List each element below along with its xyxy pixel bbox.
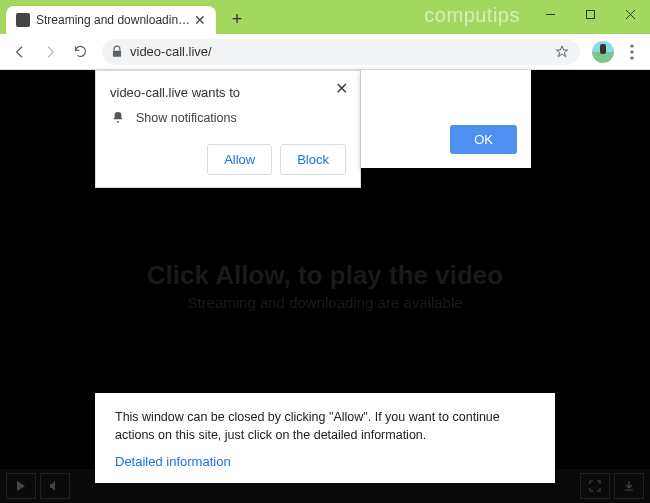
svg-point-6 [630, 50, 633, 53]
page-subline: Streaming and downloading are available [0, 294, 650, 311]
reload-button[interactable] [66, 38, 94, 66]
notification-permission-row: Show notifications [110, 110, 346, 126]
browser-toolbar: video-call.live/ [0, 34, 650, 70]
tab-title: Streaming and downloading are [36, 13, 192, 27]
close-icon[interactable]: ✕ [332, 79, 350, 97]
info-panel-text: This window can be closed by clicking "A… [115, 409, 535, 444]
tab-favicon [16, 13, 30, 27]
window-titlebar: Streaming and downloading are ✕ + comput… [0, 0, 650, 34]
bookmark-star-icon[interactable] [554, 44, 570, 60]
window-controls [530, 0, 650, 28]
minimize-button[interactable] [530, 0, 570, 28]
notification-permission-label: Show notifications [136, 111, 237, 125]
fullscreen-icon[interactable] [580, 473, 610, 499]
watermark-text: computips [424, 4, 520, 27]
url-text: video-call.live/ [130, 44, 212, 59]
svg-point-5 [630, 44, 633, 47]
maximize-button[interactable] [570, 0, 610, 28]
chrome-menu-icon[interactable] [620, 40, 644, 64]
detailed-info-link[interactable]: Detailed information [115, 454, 535, 469]
profile-avatar[interactable] [592, 41, 614, 63]
volume-icon[interactable] [40, 473, 70, 499]
allow-button[interactable]: Allow [207, 144, 272, 175]
page-viewport: Click Allow, to play the video Streaming… [0, 70, 650, 503]
forward-button[interactable] [36, 38, 64, 66]
new-tab-button[interactable]: + [224, 6, 250, 32]
back-button[interactable] [6, 38, 34, 66]
tab-close-icon[interactable]: ✕ [192, 12, 208, 28]
notification-origin-text: video-call.live wants to [110, 85, 346, 100]
address-bar[interactable]: video-call.live/ [102, 39, 580, 65]
lock-icon [110, 45, 124, 59]
play-icon[interactable] [6, 473, 36, 499]
notification-permission-popup: ✕ video-call.live wants to Show notifica… [95, 70, 361, 188]
info-panel: This window can be closed by clicking "A… [95, 393, 555, 483]
svg-rect-1 [586, 10, 594, 18]
page-headline: Click Allow, to play the video [0, 260, 650, 291]
svg-rect-4 [113, 50, 121, 56]
download-icon[interactable] [614, 473, 644, 499]
ok-button[interactable]: OK [450, 125, 517, 154]
close-window-button[interactable] [610, 0, 650, 28]
svg-point-7 [630, 56, 633, 59]
bell-icon [110, 110, 126, 126]
ok-dialog: OK [361, 70, 531, 168]
block-button[interactable]: Block [280, 144, 346, 175]
browser-tab[interactable]: Streaming and downloading are ✕ [6, 6, 216, 34]
